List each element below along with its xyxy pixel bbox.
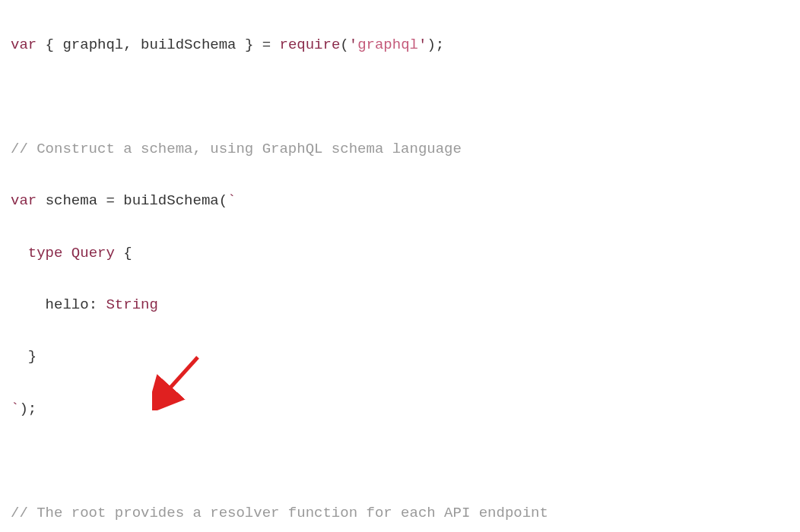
code-snippet: var { graphql, buildSchema } = require('… (11, 6, 789, 532)
code-line-7: } (11, 344, 789, 369)
code-line-4: var schema = buildSchema(` (11, 188, 789, 214)
code-line-8: `); (11, 396, 789, 422)
code-line-10-comment: // The root provides a resolver function… (11, 500, 789, 526)
code-line-3-comment: // Construct a schema, using GraphQL sch… (11, 136, 789, 162)
code-line-blank-9 (11, 448, 789, 473)
code-line-blank-2 (11, 84, 789, 110)
code-line-5: type Query { (11, 240, 789, 266)
code-line-1: var { graphql, buildSchema } = require('… (11, 32, 789, 58)
code-line-6: hello: String (11, 292, 789, 318)
